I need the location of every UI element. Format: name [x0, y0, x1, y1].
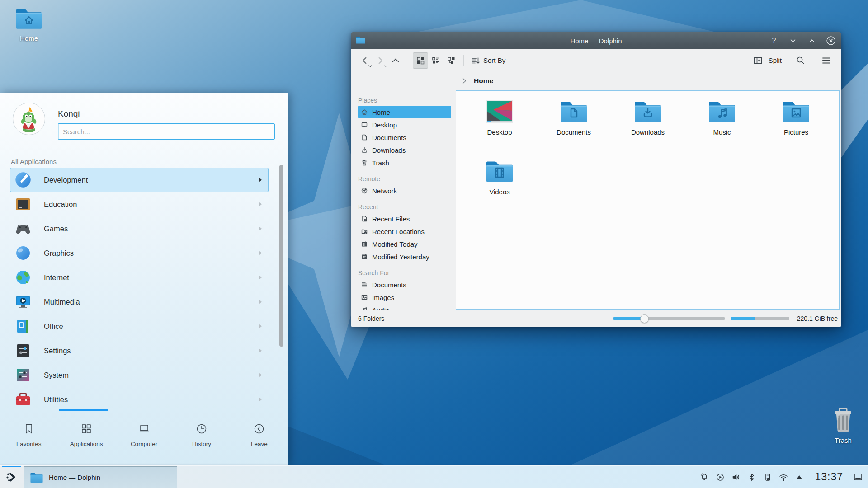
file-item-downloads[interactable]: Downloads [613, 99, 682, 159]
location-bar[interactable]: Home [351, 71, 841, 90]
desktop-icon [361, 121, 368, 128]
sort-by-button[interactable]: Sort By [468, 52, 508, 69]
menu-button[interactable] [819, 52, 834, 69]
up-button[interactable] [388, 52, 403, 69]
places-item-modified-yesterday[interactable]: Modified Yesterday [358, 250, 451, 263]
zoom-slider-handle[interactable] [640, 314, 649, 323]
places-item-label: Documents [372, 134, 406, 141]
volume-icon[interactable] [731, 472, 741, 482]
file-label: Pictures [784, 128, 808, 136]
tab-favorites[interactable]: Favorites [0, 410, 57, 465]
category-multimedia[interactable]: Multimedia [10, 290, 269, 314]
category-label: Games [44, 225, 68, 233]
category-development[interactable]: Development [10, 168, 269, 192]
places-item-label: Network [372, 187, 397, 195]
network-wireless-icon[interactable] [778, 472, 788, 482]
category-label: Development [44, 176, 88, 184]
media-player-icon[interactable] [715, 472, 725, 482]
plasma-launcher-icon [5, 471, 17, 483]
forward-button[interactable] [373, 52, 388, 69]
network-icon [361, 187, 368, 194]
places-item-label: Trash [372, 159, 389, 167]
places-item-documents-search[interactable]: Documents [358, 278, 451, 291]
split-view-icon [753, 56, 763, 65]
desktop-icon-home[interactable]: Home [7, 6, 51, 42]
submenu-arrow-icon [259, 275, 262, 280]
places-item-audio[interactable]: Audio [358, 304, 451, 310]
category-graphics[interactable]: Graphics [10, 241, 269, 265]
maximize-button[interactable] [807, 36, 817, 46]
tab-history[interactable]: History [173, 410, 230, 465]
folder-count: 6 Folders [358, 315, 384, 322]
tab-applications[interactable]: Applications [57, 410, 115, 465]
file-label: Videos [489, 188, 510, 196]
task-button-dolphin[interactable]: Home — Dolphin [24, 466, 177, 488]
split-label: Split [769, 56, 782, 64]
places-item-modified-today[interactable]: Modified Today [358, 238, 451, 250]
application-launcher-button[interactable] [0, 466, 23, 488]
documents-folder-icon [559, 99, 588, 124]
bluetooth-icon[interactable] [747, 472, 757, 482]
notifications-icon[interactable] [699, 472, 709, 482]
category-settings[interactable]: Settings [10, 338, 269, 363]
places-item-recent-locations[interactable]: Recent Locations [358, 225, 451, 238]
file-item-videos[interactable]: Videos [465, 159, 534, 218]
details-view-button[interactable] [428, 52, 443, 69]
close-button[interactable] [826, 36, 836, 46]
file-item-desktop[interactable]: Desktop [465, 99, 534, 159]
places-item-label: Audio [372, 306, 389, 310]
file-item-pictures[interactable]: Pictures [762, 99, 830, 159]
search-input[interactable] [58, 123, 275, 140]
breadcrumb-current[interactable]: Home [474, 77, 493, 85]
places-item-label: Desktop [372, 121, 397, 129]
places-item-recent-files[interactable]: Recent Files [358, 212, 451, 225]
launcher-scrollbar[interactable] [279, 165, 283, 347]
places-item-home[interactable]: Home [358, 106, 451, 118]
minimize-button[interactable] [788, 36, 798, 46]
desktop-icon-trash[interactable]: Trash [821, 407, 865, 444]
settings-icon [14, 342, 32, 360]
tab-computer[interactable]: Computer [115, 410, 173, 465]
user-avatar[interactable] [13, 103, 45, 135]
calendar-icon [361, 253, 368, 260]
expand-tray-icon[interactable] [794, 472, 804, 482]
places-item-network[interactable]: Network [358, 184, 451, 197]
zoom-slider[interactable] [613, 314, 725, 323]
show-desktop-button[interactable] [853, 471, 863, 483]
places-item-desktop[interactable]: Desktop [358, 118, 451, 131]
device-notifier-icon[interactable] [763, 472, 773, 482]
category-games[interactable]: Games [10, 216, 269, 241]
category-office[interactable]: Office [10, 314, 269, 338]
places-item-images[interactable]: Images [358, 291, 451, 304]
category-internet[interactable]: Internet [10, 265, 269, 290]
taskbar: Home — Dolphin 13:37 [0, 465, 868, 488]
clock[interactable]: 13:37 [815, 471, 843, 483]
places-item-downloads[interactable]: Downloads [358, 144, 451, 156]
tab-leave[interactable]: Leave [231, 410, 288, 465]
category-label: Internet [44, 273, 69, 282]
split-button[interactable]: Split [753, 52, 782, 69]
leave-icon [253, 423, 265, 435]
icons-view-button[interactable] [413, 52, 428, 69]
free-space-label: 220.1 GiB free [797, 315, 838, 322]
category-utilities[interactable]: Utilities [10, 387, 269, 412]
file-item-music[interactable]: Music [688, 99, 756, 159]
submenu-arrow-icon [259, 202, 262, 206]
category-system[interactable]: System [10, 363, 269, 387]
help-button[interactable]: ? [769, 36, 779, 46]
titlebar[interactable]: Home — Dolphin ? [351, 32, 841, 49]
category-label: Multimedia [44, 298, 80, 306]
folder-view[interactable]: Desktop Documents Downloads [456, 90, 840, 310]
places-item-documents[interactable]: Documents [358, 131, 451, 144]
search-button[interactable] [793, 52, 808, 69]
file-item-documents[interactable]: Documents [539, 99, 608, 159]
places-item-trash[interactable]: Trash [358, 156, 451, 169]
breadcrumb-chevron-icon[interactable] [462, 78, 467, 84]
pictures-folder-icon [782, 99, 811, 124]
places-item-label: Recent Files [372, 215, 410, 223]
back-button[interactable] [357, 52, 373, 69]
category-education[interactable]: Education [10, 192, 269, 216]
category-label: Settings [44, 347, 71, 355]
main-toolbar: Sort By Split [351, 49, 841, 71]
compact-view-button[interactable] [443, 52, 459, 69]
